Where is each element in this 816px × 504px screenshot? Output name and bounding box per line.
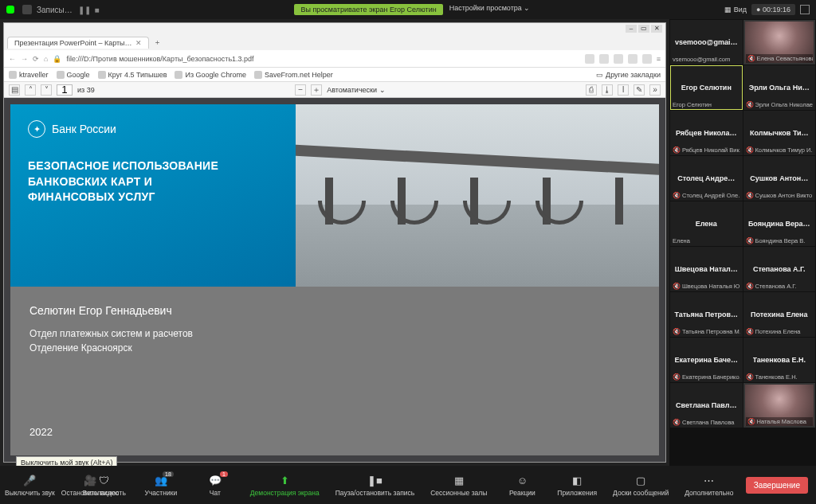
participant-tile[interactable]: Светлана Павл…🔇Светлана Павлова <box>670 383 743 428</box>
share-screen-button[interactable]: ⬆Демонстрация экрана <box>250 473 320 497</box>
bookmark-item[interactable]: Круг 4.5 Типышев <box>98 71 167 79</box>
sidebar-toggle-icon[interactable]: ▤ <box>9 84 20 96</box>
pdf-viewport[interactable]: ✦ Банк России БЕЗОПАСНОЕ ИСПОЛЬЗОВАНИЕ Б… <box>4 98 665 462</box>
security-button[interactable]: 🛡Безопасность <box>83 473 126 497</box>
participant-tile[interactable]: Егор СелютинЕгор Селютин <box>670 65 743 110</box>
bookmark-icon <box>254 71 262 79</box>
chat-button[interactable]: 💬1Чат <box>196 473 234 497</box>
text-select-icon[interactable]: I <box>618 84 629 96</box>
boards-button[interactable]: ▢Доски сообщений <box>613 473 669 497</box>
stop-icon[interactable]: ■ <box>95 6 100 14</box>
window-titlebar: – ▭ ✕ <box>4 23 665 34</box>
participant-tile[interactable]: Таненкова Е.Н.🔇Таненкова Е.Н. <box>743 338 816 382</box>
browser-tab[interactable]: Презентация PowerPoint – Карты… ✕ <box>7 37 149 49</box>
bookmark-item[interactable]: ktraveller <box>9 71 49 79</box>
forward-icon[interactable]: → <box>21 55 28 63</box>
muted-icon: 🔇 <box>673 419 681 426</box>
participant-tile[interactable]: Бояндина Вера…🔇Бояндина Вера В. <box>743 201 816 246</box>
participant-tile[interactable]: 🔇Елена Севастьянова <box>743 20 816 64</box>
participant-tile[interactable]: vsemooo@gmai…vsemooo@gmail.com <box>670 20 743 64</box>
main-area: – ▭ ✕ Презентация PowerPoint – Карты… ✕ … <box>0 19 816 466</box>
zoom-select[interactable]: Автоматически ⌄ <box>327 86 385 94</box>
page-up-icon[interactable]: ˄ <box>25 84 36 96</box>
participant-tile[interactable]: Рябцев Никола…🔇Рябцев Николай Вик… <box>670 111 743 155</box>
participant-tile[interactable]: Екатерина Баче…🔇Екатерина Бачерико… <box>670 338 743 382</box>
bank-logo: ✦ Банк России <box>28 120 278 138</box>
mic-icon: 🎤 <box>22 473 37 487</box>
home-icon[interactable]: ⌂ <box>44 55 48 63</box>
participant-name: Екатерина Баче… <box>675 356 738 364</box>
ext-icon-5[interactable] <box>642 54 652 64</box>
muted-icon: 🔇 <box>673 147 681 154</box>
breakout-rooms-button[interactable]: ▦Сессионные залы <box>430 473 487 497</box>
page-down-icon[interactable]: ˅ <box>41 84 52 96</box>
pause-record-button[interactable]: ❚■Пауза/остановить запись <box>335 473 415 497</box>
shared-screen: – ▭ ✕ Презентация PowerPoint – Карты… ✕ … <box>0 19 669 466</box>
other-bookmarks[interactable]: ▭ Другие закладки <box>596 71 661 79</box>
participant-label: 🔇Екатерина Бачерико… <box>673 373 740 381</box>
bookmark-item[interactable]: SaveFrom.net Helper <box>254 71 333 79</box>
pause-icon[interactable]: ❚❚ <box>78 6 91 14</box>
ext-icon-2[interactable] <box>599 54 609 64</box>
meeting-toolbar: 🎤Выключить звук 🎥Остановить видео 🛡Безоп… <box>0 466 816 504</box>
reload-icon[interactable]: ⟳ <box>33 55 39 63</box>
ext-icon-3[interactable] <box>614 54 623 64</box>
view-button[interactable]: ▦ Вид <box>724 6 747 14</box>
reactions-button[interactable]: ☺Реакции <box>503 473 541 497</box>
participant-label: 🔇Колмычков Тимур И… <box>746 147 814 154</box>
back-icon[interactable]: ← <box>9 55 16 63</box>
more-button[interactable]: ⋯Дополнительно <box>685 473 733 497</box>
new-tab-button[interactable]: ＋ <box>154 37 161 48</box>
participant-tile[interactable]: Потехина Елена🔇Потехина Елена <box>743 292 816 337</box>
mute-button[interactable]: 🎤Выключить звук <box>5 473 55 497</box>
participant-tile[interactable]: Сушков Антон…🔇Сушков Антон Викто… <box>743 156 816 201</box>
tab-title: Презентация PowerPoint – Карты… <box>14 39 132 47</box>
shield-icon[interactable] <box>22 5 32 14</box>
address-bar[interactable]: file:///D:/Против мошенников/Карты_безоп… <box>66 55 579 63</box>
save-icon[interactable]: ⭳ <box>602 84 613 96</box>
pdf-more-icon[interactable]: » <box>649 84 661 96</box>
app-topbar: Записы… ❚❚ ■ Вы просматриваете экран Его… <box>0 0 816 19</box>
bookmark-item[interactable]: Из Google Chrome <box>175 71 246 79</box>
view-settings-link[interactable]: Настройки просмотра ⌄ <box>449 4 531 15</box>
print-icon[interactable]: ⎙ <box>586 84 597 96</box>
muted-icon: 🔇 <box>746 373 754 381</box>
chat-unread-badge: 1 <box>220 471 228 477</box>
participant-label: 🔇Швецова Наталья Ю… <box>673 283 740 290</box>
participant-tile[interactable]: Эрли Ольга Ни…🔇Эрли Ольга Николае… <box>743 65 816 110</box>
participant-tile[interactable]: Швецова Натал…🔇Швецова Наталья Ю… <box>670 247 743 291</box>
participant-tile[interactable]: ЕленаЕлена <box>670 201 743 246</box>
participant-tile[interactable]: Степанова А.Г.🔇Степанова А.Г. <box>743 247 816 291</box>
apps-button[interactable]: ◧Приложения <box>557 473 597 497</box>
participant-label: 🔇Сушков Антон Викто… <box>746 192 814 199</box>
draw-icon[interactable]: ✎ <box>634 84 645 96</box>
participants-button[interactable]: 👥18Участники <box>142 473 180 497</box>
smile-icon: ☺ <box>515 473 529 487</box>
board-icon: ▢ <box>634 473 648 487</box>
participant-tile[interactable]: Татьяна Петров…🔇Татьяна Петровна М… <box>670 292 743 337</box>
bookmark-icon <box>98 71 106 79</box>
maximize-icon[interactable]: ▭ <box>638 25 649 33</box>
bookmark-item[interactable]: Google <box>57 71 90 79</box>
participant-label: Егор Селютин <box>673 101 740 108</box>
participant-tile[interactable]: Колмычков Ти…🔇Колмычков Тимур И… <box>743 111 816 155</box>
minimize-icon[interactable]: – <box>626 25 637 33</box>
browser-window: – ▭ ✕ Презентация PowerPoint – Карты… ✕ … <box>3 22 666 463</box>
participant-tile[interactable]: Столец Андре…🔇Столец Андрей Оле… <box>670 156 743 201</box>
apps-icon: ◧ <box>570 473 584 487</box>
participant-label: 🔇Бояндина Вера В. <box>746 237 814 244</box>
fullscreen-icon[interactable] <box>800 5 810 14</box>
zoom-out-icon[interactable]: − <box>295 84 306 96</box>
end-meeting-button[interactable]: Завершение <box>746 477 808 494</box>
participant-label: 🔇Светлана Павлова <box>673 419 740 426</box>
zoom-in-icon[interactable]: ＋ <box>311 84 322 96</box>
tab-close-icon[interactable]: ✕ <box>135 39 142 47</box>
participant-label: 🔇Рябцев Николай Вик… <box>673 147 740 154</box>
participant-name: Сушков Антон… <box>750 174 808 182</box>
participant-tile[interactable]: 🔇Наталья Маслова <box>743 383 816 428</box>
ext-icon-4[interactable] <box>628 54 638 64</box>
page-input[interactable] <box>57 84 73 96</box>
menu-icon[interactable]: ≡ <box>657 55 661 63</box>
close-icon[interactable]: ✕ <box>651 25 662 33</box>
ext-icon-1[interactable] <box>585 54 594 64</box>
